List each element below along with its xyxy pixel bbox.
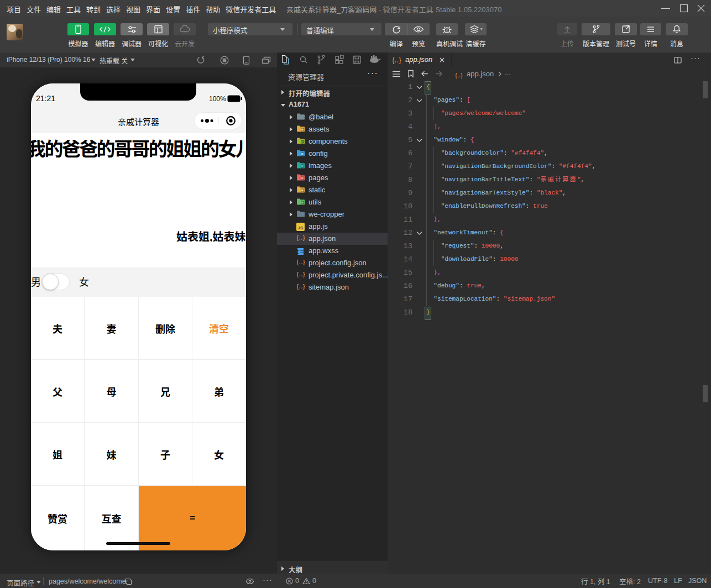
svg-text:JS: JS xyxy=(298,225,304,230)
svg-text:{..}: {..} xyxy=(393,57,401,64)
svg-text:{..}: {..} xyxy=(297,284,305,290)
svg-text:{..}: {..} xyxy=(297,235,305,242)
svg-text:{..}: {..} xyxy=(297,271,305,278)
svg-text:{..}: {..} xyxy=(297,259,305,266)
svg-text:{..}: {..} xyxy=(456,73,463,79)
